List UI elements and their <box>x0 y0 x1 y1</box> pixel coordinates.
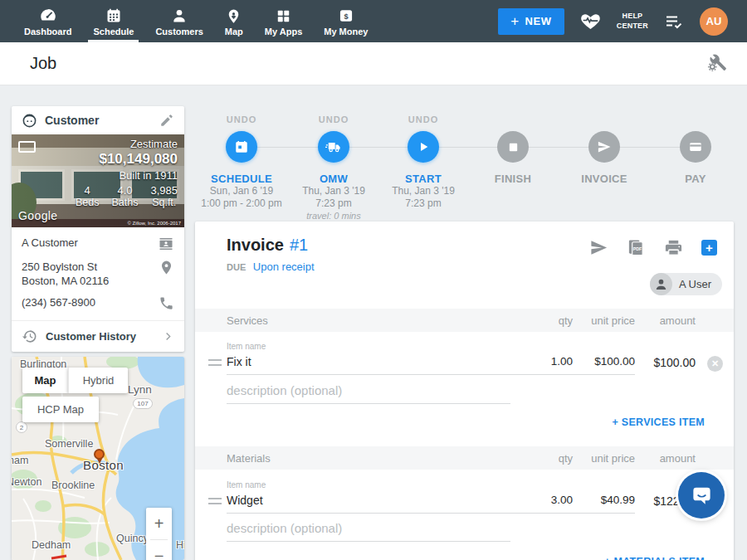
due-label: DUE <box>227 262 246 272</box>
customer-card: Customer Zestimate $10,149,080 Built in … <box>12 106 184 352</box>
stop-icon <box>507 141 520 153</box>
due-value-link[interactable]: Upon receipt <box>253 261 315 273</box>
assignee-name: A User <box>679 278 711 290</box>
qty-column-header: qty <box>506 314 573 327</box>
timeline-step-schedule: UNDO SCHEDULE Sun, Jan 6 '19 1:00 pm - 2… <box>192 108 291 210</box>
print-icon[interactable] <box>664 238 683 257</box>
customer-address: 250 Boylston St Boston, MA 02116 <box>22 260 156 288</box>
timeline-step-pay: PAY <box>646 108 745 185</box>
materials-header-label: Materials <box>227 452 271 465</box>
stat-label: Sq.ft. <box>150 197 178 208</box>
material-unit-price-input[interactable] <box>569 490 635 514</box>
map-label-boston: Boston <box>83 458 124 472</box>
nav-item-customers[interactable]: Customers <box>144 0 213 42</box>
omw-step-button[interactable] <box>318 131 349 163</box>
calendar-icon <box>105 6 122 24</box>
fullscreen-icon[interactable] <box>18 141 36 153</box>
invoice-actions: PDF + <box>589 238 717 257</box>
location-pin-icon[interactable] <box>156 260 174 275</box>
zoom-out-button[interactable]: − <box>146 540 172 560</box>
remove-service-item-button[interactable]: ✕ <box>707 356 723 372</box>
map-label-newton: Newton <box>12 476 42 488</box>
route-107-shield: 107 <box>133 398 153 409</box>
phone-icon[interactable] <box>156 295 174 311</box>
job-tools-icon[interactable] <box>707 52 727 75</box>
assignee-chip[interactable]: A User <box>650 273 722 295</box>
service-unit-price-input[interactable] <box>569 352 635 375</box>
contact-card-icon[interactable] <box>156 236 174 252</box>
invoice-title-text: Invoice <box>227 236 284 254</box>
built-year: Built in 1911 <box>76 169 178 182</box>
add-invoice-button[interactable]: + <box>701 240 717 256</box>
task-list-icon[interactable] <box>664 12 684 32</box>
send-icon <box>597 139 612 154</box>
pdf-icon[interactable]: PDF <box>627 238 646 257</box>
route-2-shield: 2 <box>16 421 27 433</box>
nav-item-schedule[interactable]: Schedule <box>82 0 144 42</box>
history-clock-icon <box>22 329 37 344</box>
edit-pencil-icon[interactable] <box>159 113 174 128</box>
material-qty-input[interactable] <box>506 490 573 514</box>
nav-item-my-apps[interactable]: My Apps <box>254 0 313 42</box>
invoice-due-row: DUE Upon receipt <box>227 261 315 273</box>
undo-button[interactable]: UNDO <box>192 114 291 126</box>
add-materials-item-link[interactable]: + MATERIALS ITEM <box>604 556 705 560</box>
play-icon <box>417 140 430 153</box>
nav-item-map[interactable]: Map <box>214 0 254 42</box>
zoom-in-button[interactable]: + <box>146 508 172 539</box>
stat-beds: 4 Beds <box>76 184 100 208</box>
map-marker-pin[interactable] <box>94 449 105 460</box>
step-time: 7:23 pm <box>374 197 473 210</box>
timeline-step-omw: UNDO OMW Thu, Jan 3 '19 7:23 pm travel: … <box>284 108 383 222</box>
new-button[interactable]: + NEW <box>498 8 564 35</box>
customer-name-row: A Customer <box>12 227 184 252</box>
map-widget[interactable]: Burlington Lynn ham Somerville Boston Ne… <box>12 357 184 560</box>
credit-card-icon <box>688 139 703 154</box>
map-label-quincy: Quincy <box>116 533 149 544</box>
step-time: 7:23 pm <box>284 197 383 210</box>
customer-history-row[interactable]: Customer History <box>12 321 184 352</box>
send-invoice-icon[interactable] <box>589 238 608 257</box>
materials-section-header: Materials qty unit price amount <box>195 446 734 470</box>
help-center-link[interactable]: HELP CENTER <box>617 12 648 31</box>
calendar-icon <box>234 139 249 154</box>
material-item-name-input[interactable] <box>227 490 510 514</box>
map-label-dedham: Dedham <box>32 539 71 551</box>
stat-sqft: 3,985 Sq.ft. <box>150 184 178 208</box>
step-time: 1:00 pm - 2:00 pm <box>192 197 291 210</box>
chat-support-button[interactable] <box>678 472 725 519</box>
drag-handle[interactable] <box>208 498 222 504</box>
qty-column-header: qty <box>506 452 573 465</box>
map-zoom-control: + − <box>146 508 172 560</box>
add-services-item-link[interactable]: + SERVICES ITEM <box>612 416 705 428</box>
service-qty-input[interactable] <box>506 352 573 375</box>
finish-step-button[interactable] <box>497 131 529 163</box>
nav-item-my-money[interactable]: $ My Money <box>313 0 378 42</box>
schedule-step-button[interactable] <box>226 131 257 163</box>
undo-button[interactable]: UNDO <box>374 114 473 126</box>
drag-handle[interactable] <box>208 359 222 366</box>
nav-label: Customers <box>155 27 203 37</box>
nav-item-dashboard[interactable]: Dashboard <box>13 0 82 42</box>
customer-phone-row: (234) 567-8900 <box>12 288 184 311</box>
customer-phone: (234) 567-8900 <box>22 295 156 309</box>
undo-button[interactable]: UNDO <box>284 114 383 126</box>
plus-icon: + <box>510 14 519 28</box>
zillow-copyright: © Zillow, Inc. 2006-2017 <box>128 221 181 226</box>
google-logo: Google <box>18 209 58 222</box>
material-description-input[interactable] <box>227 519 510 542</box>
invoice-step-button[interactable] <box>588 131 620 163</box>
hcp-map-button[interactable]: HCP Map <box>22 397 99 422</box>
heart-pulse-icon[interactable] <box>580 11 601 32</box>
step-label: SCHEDULE <box>192 173 291 185</box>
timeline-step-start: UNDO START Thu, Jan 3 '19 7:23 pm <box>374 108 473 210</box>
user-avatar[interactable]: AU <box>700 7 728 36</box>
map-type-button-hybrid[interactable]: Hybrid <box>68 368 128 393</box>
start-step-button[interactable] <box>408 131 439 163</box>
map-type-button-map[interactable]: Map <box>22 368 68 393</box>
pay-step-button[interactable] <box>680 131 711 163</box>
invoice-number: #1 <box>290 236 308 254</box>
service-description-input[interactable] <box>227 381 510 404</box>
stat-value: 4.0 <box>111 184 138 197</box>
service-item-name-input[interactable] <box>227 352 510 375</box>
